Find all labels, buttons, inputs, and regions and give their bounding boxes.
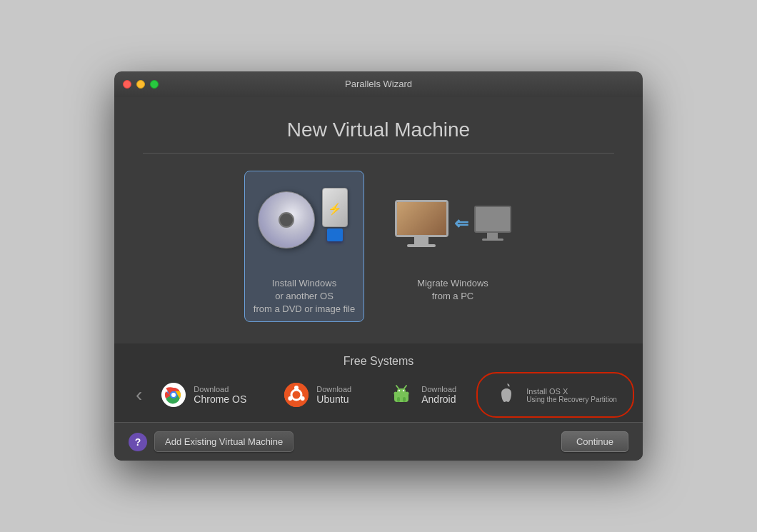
osx-sub-label: Using the Recovery Partition (526, 396, 617, 403)
svg-rect-12 (397, 388, 406, 395)
svg-point-15 (398, 390, 400, 391)
add-existing-button[interactable]: Add Existing Virtual Machine (154, 431, 294, 452)
pc-monitor (474, 206, 511, 233)
osx-item[interactable]: Install OS X Using the Recovery Partitio… (486, 378, 624, 412)
ubuntu-icon-shape (284, 383, 309, 407)
install-dvd-option[interactable]: ⚡ Install Windowsor another OSfrom a DVD… (244, 171, 364, 323)
dvd-disc (258, 191, 315, 249)
osx-top-label: Install OS X (526, 387, 617, 396)
android-top-label: Download (421, 385, 456, 393)
migrate-arrow-icon: ⇐ (454, 214, 468, 234)
footer-bar: ? Add Existing Virtual Machine Continue (114, 422, 643, 461)
imac-base (407, 244, 436, 247)
help-button[interactable]: ? (129, 433, 147, 451)
chrome-os-icon (161, 382, 186, 408)
dvd-usb-icon: ⚡ (258, 184, 351, 263)
free-systems-section: Free Systems ‹ (114, 343, 643, 422)
free-systems-row: ‹ (129, 378, 628, 412)
free-systems-items: Download Chrome OS (149, 378, 628, 412)
main-window: Parallels Wizard New Virtual Machine ⚡ (114, 71, 643, 461)
svg-rect-17 (397, 397, 400, 402)
install-dvd-label: Install Windowsor another OSfrom a DVD o… (254, 277, 355, 316)
svg-line-13 (396, 386, 398, 388)
section-divider (143, 153, 614, 154)
svg-point-7 (301, 396, 305, 401)
nav-prev-arrow[interactable]: ‹ (129, 383, 149, 406)
osx-text: Install OS X Using the Recovery Partitio… (526, 387, 617, 403)
install-dvd-icon-box: ⚡ (251, 177, 358, 270)
android-icon (388, 382, 414, 408)
continue-button[interactable]: Continue (561, 431, 628, 452)
ubuntu-item[interactable]: Download Ubuntu (276, 378, 359, 412)
mac-migrate-icon: ⇐ (395, 200, 511, 247)
chrome-os-name: Chrome OS (194, 393, 246, 405)
chrome-os-item[interactable]: Download Chrome OS (154, 378, 254, 412)
svg-line-14 (404, 386, 406, 388)
svg-point-16 (403, 390, 404, 391)
usb-connector (327, 229, 343, 241)
minimize-button[interactable] (136, 80, 145, 89)
install-options: ⚡ Install Windowsor another OSfrom a DVD… (143, 171, 614, 323)
close-button[interactable] (123, 80, 131, 89)
svg-point-6 (294, 386, 299, 390)
imac-screen (395, 200, 448, 237)
ubuntu-top-label: Download (316, 385, 351, 393)
pc-base (482, 239, 503, 241)
chrome-os-text: Download Chrome OS (194, 385, 246, 405)
ubuntu-icon (284, 382, 309, 408)
imac-stand (414, 237, 428, 244)
chrome-os-top-label: Download (194, 385, 246, 393)
maximize-button[interactable] (150, 80, 159, 89)
usb-drive: ⚡ (319, 188, 351, 241)
apple-icon (493, 382, 519, 408)
svg-rect-18 (403, 397, 406, 402)
migrate-windows-label: Migrate Windowsfrom a PC (417, 277, 488, 303)
ubuntu-name: Ubuntu (316, 393, 351, 405)
ubuntu-text: Download Ubuntu (316, 385, 351, 405)
migrate-icon-box: ⇐ (399, 177, 506, 270)
android-item[interactable]: Download Android (381, 378, 463, 412)
usb-symbol: ⚡ (328, 202, 342, 216)
pc-stand (487, 233, 498, 239)
titlebar: Parallels Wizard (114, 71, 643, 97)
traffic-lights (123, 80, 159, 89)
window-title: Parallels Wizard (345, 79, 412, 89)
usb-body: ⚡ (322, 188, 348, 227)
svg-point-8 (289, 396, 293, 401)
pc-shape (474, 206, 511, 241)
footer-left: ? Add Existing Virtual Machine (129, 431, 294, 452)
free-systems-title: Free Systems (129, 355, 628, 368)
imac-shape (395, 200, 448, 247)
imac-screen-content (397, 202, 446, 235)
window-body: New Virtual Machine ⚡ (114, 97, 643, 461)
migrate-windows-option[interactable]: ⇐ Migrate Windowsfrom a PC (393, 171, 513, 323)
android-name: Android (421, 393, 456, 405)
svg-point-3 (171, 393, 176, 397)
page-title: New Virtual Machine (143, 119, 614, 141)
android-text: Download Android (421, 385, 456, 405)
main-section: New Virtual Machine ⚡ (114, 97, 643, 344)
